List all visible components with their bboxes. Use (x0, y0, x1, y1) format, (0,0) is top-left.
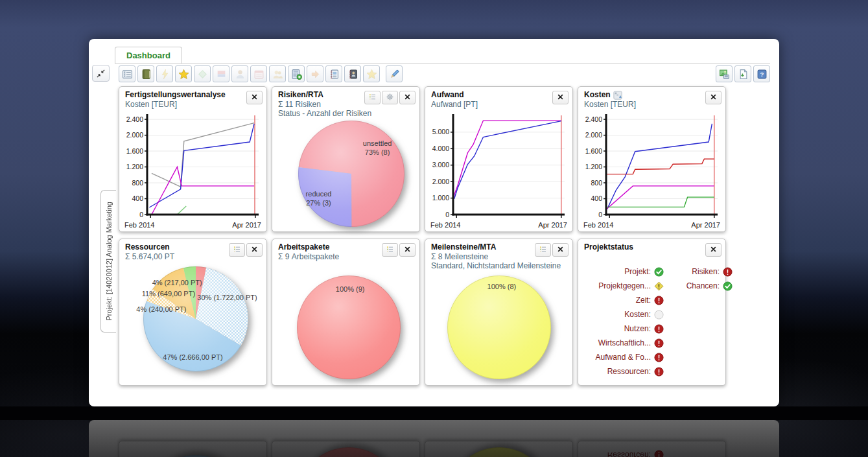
widget-legend-button[interactable] (535, 243, 551, 257)
status-label: Zeit: (636, 296, 651, 305)
widget-close-button[interactable] (399, 91, 416, 104)
widget-legend-button[interactable] (364, 91, 381, 104)
status-row: Projektgegen... (585, 279, 664, 293)
widget-subtitle: Status - Anzahl der Risiken (278, 109, 417, 118)
status-row: Wirtschaftlich... (585, 336, 664, 350)
widget-meilensteine-mta: Meilensteine/MTA Σ 8 Meilensteine Standa… (425, 239, 573, 386)
status-alert-icon (654, 367, 664, 377)
status-label: Wirtschaftlich... (598, 338, 651, 347)
toolbar-flag-button (213, 65, 229, 82)
status-row: Aufwand & Fo... (585, 350, 664, 364)
export-image-icon (719, 69, 730, 80)
notebook-icon (329, 69, 340, 80)
widget-close-button[interactable] (246, 243, 263, 257)
pie-label: 4% (217,00 PT) (152, 278, 202, 287)
close-icon (709, 245, 718, 255)
status-label: Ressourcen: (607, 367, 651, 376)
svg-text:1.600: 1.600 (585, 147, 602, 155)
toolbar-addressbook-button[interactable] (344, 65, 361, 82)
toolbar-pencil-button[interactable] (386, 65, 403, 82)
status-warn-icon (654, 281, 664, 291)
widget-close-button[interactable] (705, 91, 721, 104)
line-chart: 04008001.2001.6002.0002.400Feb 2014Apr 2… (121, 111, 264, 229)
status-label: Chancen: (686, 281, 720, 290)
status-row: Chancen: (668, 279, 733, 293)
toolbar-star-button[interactable] (175, 65, 192, 82)
widget-title: Aufwand (431, 90, 570, 100)
book-icon (141, 69, 152, 80)
pie-label: 4% (240,00 PT) (136, 305, 186, 314)
svg-text:Apr 2017: Apr 2017 (691, 221, 720, 229)
tab-dashboard[interactable]: Dashboard (115, 47, 182, 64)
reflection-shade (89, 420, 779, 457)
svg-text:Apr 2017: Apr 2017 (538, 221, 567, 229)
tab-label: Dashboard (126, 51, 170, 60)
project-tab-vertical[interactable]: Projekt: [14020012] Analog Marketing (100, 190, 116, 333)
pie-chart: 100% (9) (274, 264, 417, 383)
close-icon (250, 93, 259, 103)
status-label: Projekt: (624, 267, 651, 276)
help-icon: ? (757, 69, 768, 80)
widget-legend-button[interactable] (382, 243, 398, 257)
toolbar-help-button[interactable]: ? (753, 65, 770, 82)
line-chart: 01.0002.0003.0004.0005.000Feb 2014Apr 20… (427, 111, 570, 229)
widget-fertigstellungswertanalyse: Fertigstellungswertanalyse Kosten [TEUR]… (119, 86, 267, 232)
flag-icon (216, 69, 227, 80)
status-column: Projekt:Projektgegen...Zeit:Kosten:Nutze… (585, 264, 664, 379)
status-alert-icon (654, 353, 664, 362)
widget-ressourcen: Ressourcen Σ 5.674,00 PT 30% (1.722,00 P… (119, 239, 267, 386)
diamond-icon (197, 69, 208, 80)
widget-close-button[interactable] (246, 91, 263, 104)
project-tab-label: Projekt: [14020012] Analog Marketing (105, 202, 113, 320)
status-column: Risiken:Chancen: (668, 264, 733, 293)
pie-chart: 100% (8) (427, 270, 570, 383)
toolbar-person-button (231, 65, 248, 82)
toolbar-star-button (363, 65, 380, 82)
pie-label: reduced27% (3) (306, 189, 332, 207)
status-alert-icon (654, 296, 664, 305)
line-chart-canvas: 01.0002.0003.0004.0005.000Feb 2014Apr 20… (429, 112, 569, 229)
pie-chart-canvas (296, 118, 407, 229)
collapse-button[interactable] (92, 65, 110, 82)
toolbar-notebook-button[interactable] (325, 65, 342, 82)
reflection-gap (0, 406, 868, 420)
svg-text:400: 400 (591, 194, 602, 202)
widget-close-button[interactable] (552, 243, 569, 257)
status-label: Nutzen: (624, 324, 651, 333)
svg-text:Feb 2014: Feb 2014 (583, 221, 613, 229)
svg-text:0: 0 (445, 211, 449, 218)
svg-text:2.000: 2.000 (585, 131, 602, 139)
status-label: Projektgegen... (598, 281, 651, 290)
status-row: Ressourcen: (585, 364, 664, 379)
status-alert-icon (654, 338, 664, 348)
svg-text:1.200: 1.200 (126, 163, 143, 170)
widget-close-button[interactable] (705, 243, 721, 257)
line-chart-canvas: 04008001.2001.6002.0002.400Feb 2014Apr 2… (123, 112, 263, 229)
widget-legend-button[interactable] (229, 243, 245, 257)
widget-kosten: Kosten Kosten [TEUR] 04008001.2001.6002.… (578, 86, 726, 232)
svg-text:Feb 2014: Feb 2014 (124, 221, 154, 229)
export-file-icon (738, 69, 749, 80)
window-reflection: Dashboard ? Projekt: [14020012] Analog M… (89, 420, 779, 457)
status-row: Projekt: (585, 264, 664, 279)
addressbook-icon (347, 69, 358, 80)
widget-settings-button[interactable] (382, 91, 398, 104)
widget-subtitle: Aufwand [PT] (431, 100, 570, 109)
close-icon (250, 245, 259, 255)
toolbar: ? (119, 65, 770, 83)
svg-text:Apr 2017: Apr 2017 (232, 221, 261, 229)
svg-text:1.200: 1.200 (585, 163, 602, 170)
tab-bar: Dashboard (115, 47, 770, 64)
pie-label: 47% (2.666,00 PT) (163, 353, 222, 362)
toolbar-export-image-button[interactable] (716, 65, 733, 82)
toolbar-book-button[interactable] (137, 65, 154, 82)
star-icon (178, 69, 189, 80)
widget-close-button[interactable] (399, 243, 416, 257)
svg-text:2.000: 2.000 (126, 131, 143, 139)
toolbar-calculator-add-button[interactable] (288, 65, 305, 82)
widget-close-button[interactable] (552, 91, 569, 104)
svg-text:?: ? (760, 71, 764, 78)
toolbar-export-file-button[interactable] (734, 65, 751, 82)
toolbar-form-button[interactable] (119, 65, 135, 82)
line-chart-canvas: 04008001.2001.6002.0002.400Feb 2014Apr 2… (582, 112, 721, 229)
